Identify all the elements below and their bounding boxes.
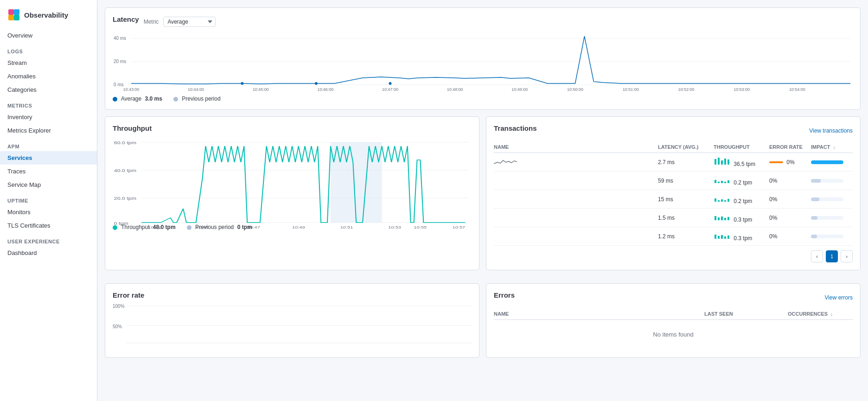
sidebar-item-stream[interactable]: Stream [0,56,97,70]
row-name-1 [494,157,658,167]
svg-rect-58 [718,217,720,220]
sidebar-item-overview[interactable]: Overview [0,29,97,42]
legend-average-dot [113,97,117,102]
table-row: 1.5 ms 0.3 tpm 0% [494,209,853,227]
svg-rect-63 [718,236,720,239]
svg-point-11 [315,82,318,85]
svg-rect-64 [721,235,723,239]
svg-text:10:53: 10:53 [388,225,401,229]
sidebar-item-tls-certificates[interactable]: TLS Certificates [0,219,97,232]
svg-text:10:48:00: 10:48:00 [447,87,463,92]
svg-text:10:55: 10:55 [414,225,427,229]
table-row: 1.2 ms 0.3 tpm 0% [494,227,853,246]
row-impact-4 [811,216,853,220]
view-errors-link[interactable]: View errors [825,294,853,301]
errors-col-occurrences: Occurrences ↓ [788,311,853,317]
section-label-logs: Logs [0,42,97,56]
svg-rect-49 [721,181,723,183]
prev-page-button[interactable]: ‹ [811,250,823,262]
svg-rect-44 [721,160,723,165]
svg-text:10:50:00: 10:50:00 [567,87,583,92]
svg-text:10:43: 10:43 [148,225,161,229]
sidebar-item-metrics-explorer[interactable]: Metrics Explorer [0,124,97,137]
errors-card: Errors View errors Name Last seen Occurr… [486,283,861,358]
col-error-header: Error rate [769,144,811,150]
row-throughput-3: 0.2 tpm [714,194,769,204]
row-error-1: 0% [769,159,811,165]
sidebar-item-inventory[interactable]: Inventory [0,110,97,124]
sidebar-item-monitors[interactable]: Monitors [0,205,97,219]
row-impact-3 [811,197,853,201]
row-throughput-5: 0.3 tpm [714,231,769,242]
svg-point-10 [241,82,243,85]
svg-rect-1 [14,9,19,15]
transactions-header: Transactions View transactions [494,124,853,137]
bottom-row: Error rate 100% 50% Errors View errors N… [105,283,861,364]
errors-title: Errors [494,291,515,299]
svg-rect-45 [724,159,726,165]
svg-rect-55 [724,200,726,202]
view-transactions-link[interactable]: View transactions [809,127,853,134]
table-row: 15 ms 0.2 tpm 0% [494,190,853,209]
legend-average: Average 3.0 ms [113,95,162,102]
svg-rect-57 [715,216,716,220]
svg-rect-54 [721,199,723,202]
svg-text:10:47:00: 10:47:00 [382,87,398,92]
svg-rect-50 [724,182,726,183]
svg-rect-62 [715,235,716,239]
svg-rect-51 [728,180,729,183]
svg-rect-2 [8,15,14,20]
row-throughput-2: 0.2 tpm [714,175,769,186]
svg-rect-53 [718,200,720,202]
transactions-pagination: ‹ 1 › [494,250,853,262]
svg-text:10:47: 10:47 [247,225,260,229]
row-throughput-4: 0.3 tpm [714,212,769,223]
sidebar-item-service-map[interactable]: Service Map [0,178,97,191]
errors-table-header: Name Last seen Occurrences ↓ [494,308,853,320]
svg-rect-47 [715,180,716,183]
row-latency-1: 2.7 ms [658,159,714,165]
error-rate-y-50: 50% [113,324,122,329]
next-page-button[interactable]: › [841,250,853,262]
throughput-title: Throughput [113,124,472,132]
page-1-button[interactable]: 1 [826,250,838,262]
table-row: 59 ms 0.2 tpm 0% [494,172,853,190]
error-rate-card: Error rate 100% 50% [105,283,479,358]
middle-row: Throughput 60.0 tpm 40.0 tpm 20.0 tpm 0 … [105,116,861,277]
svg-rect-3 [14,15,19,20]
row-impact-1 [811,160,853,164]
svg-text:20 ms: 20 ms [114,59,126,64]
transactions-title: Transactions [494,124,537,132]
latency-title: Latency [113,15,139,23]
sidebar-item-services[interactable]: Services [0,151,97,165]
svg-text:10:43:00: 10:43:00 [123,87,139,92]
svg-text:60.0 tpm: 60.0 tpm [114,140,136,145]
sidebar-item-anomalies[interactable]: Anomalies [0,70,97,83]
sidebar-item-categories[interactable]: Categories [0,83,97,96]
svg-rect-66 [728,236,729,239]
svg-point-12 [389,82,392,85]
main-content: Latency Metric Average 95th percentile 9… [97,0,868,401]
sidebar-item-traces[interactable]: Traces [0,165,97,178]
svg-text:10:49:00: 10:49:00 [511,87,528,92]
svg-text:10:45:00: 10:45:00 [253,87,269,92]
col-impact-header: Impact ↓ [811,144,853,150]
row-impact-5 [811,235,853,238]
row-error-3: 0% [769,196,811,203]
latency-card: Latency Metric Average 95th percentile 9… [105,7,861,110]
svg-text:20.0 tpm: 20.0 tpm [114,196,136,201]
metric-label: Metric [144,19,159,25]
svg-text:10:49: 10:49 [292,225,305,229]
app-logo: Observability [0,6,97,29]
metric-select[interactable]: Average 95th percentile 99th percentile [163,17,216,27]
svg-text:10:57: 10:57 [453,225,466,229]
latency-legend: Average 3.0 ms Previous period [113,95,853,102]
svg-text:10:44:00: 10:44:00 [188,87,204,92]
svg-text:10:51:00: 10:51:00 [623,87,639,92]
error-rate-chart: 100% 50% [113,304,472,350]
row-latency-3: 15 ms [658,196,714,203]
svg-rect-65 [724,236,726,239]
section-label-apm: APM [0,137,97,151]
sidebar-item-dashboard[interactable]: Dashboard [0,246,97,260]
col-name-header: Name [494,144,658,150]
